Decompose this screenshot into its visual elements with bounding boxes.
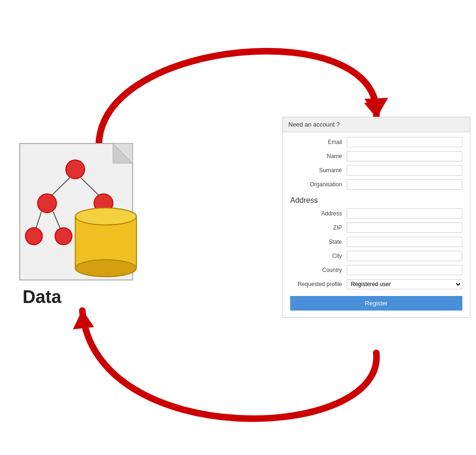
- surname-row: Surname: [290, 165, 462, 176]
- state-input[interactable]: [347, 237, 462, 247]
- requested-profile-select[interactable]: Registered user Admin Editor: [347, 279, 462, 289]
- country-input[interactable]: [347, 265, 462, 275]
- svg-marker-2: [113, 144, 133, 163]
- svg-line-11: [53, 212, 61, 231]
- organisation-label: Organisation: [290, 181, 347, 188]
- address-section-header: Address: [290, 193, 462, 208]
- city-label: City: [290, 253, 347, 259]
- country-label: Country: [290, 267, 347, 273]
- registration-form: Need an account ? Email Name Surname Org…: [282, 117, 470, 318]
- svg-line-5: [49, 178, 70, 198]
- organisation-row: Organisation: [290, 179, 462, 190]
- svg-line-9: [35, 212, 41, 231]
- form-body: Email Name Surname Organisation Address …: [283, 132, 470, 317]
- svg-marker-3: [113, 144, 133, 163]
- name-label: Name: [290, 153, 347, 160]
- state-label: State: [290, 239, 347, 245]
- svg-rect-13: [75, 216, 136, 268]
- svg-rect-1: [20, 144, 133, 280]
- surname-input[interactable]: [347, 165, 462, 176]
- requested-profile-row: Requested profile Registered user Admin …: [290, 279, 462, 289]
- address-label: Address: [290, 210, 347, 217]
- zip-row: ZIP: [290, 223, 462, 233]
- svg-point-4: [66, 160, 85, 179]
- svg-point-14: [75, 208, 136, 225]
- surname-label: Surname: [290, 167, 347, 174]
- address-row: Address: [290, 208, 462, 219]
- city-row: City: [290, 251, 462, 261]
- name-input[interactable]: [347, 151, 462, 161]
- email-input[interactable]: [347, 137, 462, 147]
- zip-input[interactable]: [347, 223, 462, 233]
- email-label: Email: [290, 139, 347, 145]
- data-label: Data: [23, 287, 61, 307]
- svg-point-6: [38, 194, 56, 213]
- state-row: State: [290, 237, 462, 247]
- form-header: Need an account ?: [283, 117, 470, 132]
- svg-line-7: [81, 178, 101, 198]
- address-input[interactable]: [347, 208, 462, 219]
- svg-point-15: [75, 260, 136, 277]
- svg-point-8: [94, 194, 113, 213]
- svg-point-12: [55, 228, 72, 245]
- country-row: Country: [290, 265, 462, 275]
- name-row: Name: [290, 151, 462, 161]
- register-button[interactable]: Register: [290, 296, 462, 311]
- email-row: Email: [290, 137, 462, 147]
- svg-point-10: [25, 228, 42, 245]
- city-input[interactable]: [347, 251, 462, 261]
- organisation-input[interactable]: [347, 179, 462, 190]
- zip-label: ZIP: [290, 224, 347, 231]
- requested-profile-label: Requested profile: [290, 281, 347, 287]
